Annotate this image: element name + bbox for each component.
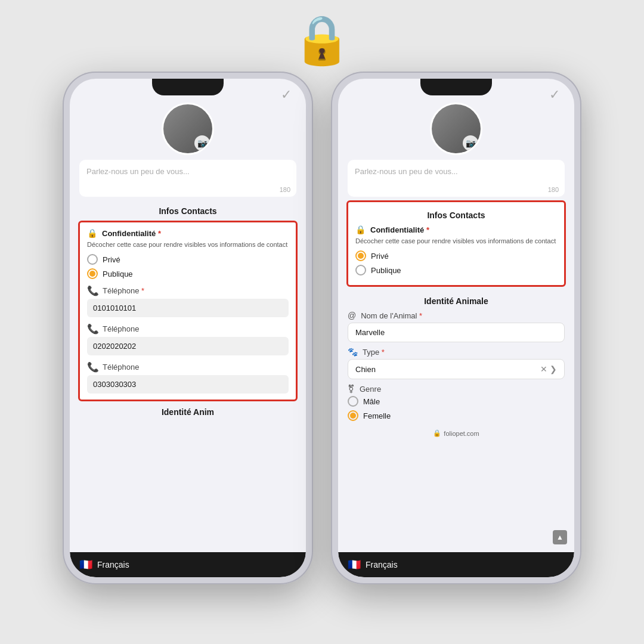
left-phone-label-3: Téléphone (103, 363, 139, 371)
right-camera-icon: 📷 (466, 138, 476, 148)
right-notch (420, 79, 492, 95)
left-radio-inner-publique (89, 271, 95, 277)
right-phone-screen: ✓ 📷 Parlez-nous un peu de vous... 180 In… (338, 79, 574, 577)
right-lang-label: Français (366, 560, 398, 569)
left-lock-icon: 🔒 (87, 228, 97, 238)
left-camera-overlay[interactable]: 📷 (194, 135, 210, 151)
left-avatar[interactable]: 📷 (162, 103, 214, 155)
right-genre-row: ⚧ Genre (348, 384, 565, 394)
left-phone-field-row-3: 📞 Téléphone (87, 361, 289, 373)
right-type-value: Chien (355, 365, 376, 374)
right-scroll-btn[interactable]: ▲ (553, 530, 567, 544)
right-radio-prive[interactable]: Privé (355, 250, 557, 261)
right-type-select[interactable]: Chien ✕ ❯ (348, 359, 565, 379)
right-avatar[interactable]: 📷 (430, 103, 482, 155)
left-radio-circle-publique (87, 268, 98, 279)
right-radio-label-publique: Publique (371, 266, 401, 275)
right-animal-name-input[interactable]: Marvelle (348, 323, 565, 342)
right-bio-area[interactable]: Parlez-nous un peu de vous... 180 (348, 160, 565, 197)
right-type-row: 🐾 Type * (348, 347, 565, 357)
right-radio-label-femelle: Femelle (363, 411, 391, 420)
left-phone-label-2: Téléphone (103, 324, 139, 333)
right-radio-label-male: Mâle (363, 397, 380, 406)
right-section-header: Infos Contacts (355, 208, 557, 225)
left-notch (152, 79, 224, 95)
left-phone-input-2[interactable]: 0202020202 (87, 337, 289, 355)
left-avatar-area: 📷 (70, 95, 306, 160)
right-conf-row: 🔒 Confidentialité * (355, 225, 557, 234)
left-phone-icon-3: 📞 (87, 361, 99, 373)
left-conf-row: 🔒 Confidentialité * (87, 228, 289, 238)
left-bio-area[interactable]: Parlez-nous un peu de vous... 180 (79, 160, 296, 197)
right-select-controls: ✕ ❯ (540, 364, 557, 374)
right-radio-femelle[interactable]: Femelle (348, 410, 565, 421)
left-phone-icon-2: 📞 (87, 323, 99, 335)
right-type-label: Type * (363, 348, 385, 357)
right-clear-icon[interactable]: ✕ (540, 364, 547, 374)
right-at-icon: @ (348, 311, 356, 320)
right-footer-url: 🔒 foliopet.com (338, 425, 574, 442)
right-conf-desc: Décocher cette case pour rendre visibles… (355, 237, 557, 246)
right-radio-circle-male (348, 396, 358, 407)
right-chevron-icon[interactable]: ❯ (550, 364, 557, 374)
left-radio-circle-prive (87, 254, 98, 265)
left-red-box: 🔒 Confidentialité * Décocher cette case … (78, 221, 298, 401)
right-radio-inner-femelle (350, 413, 356, 419)
phones-container: ✓ 📷 Parlez-nous un peu de vous... 180 In… (63, 72, 581, 584)
right-footer-url-text: foliopet.com (444, 430, 479, 437)
right-char-count: 180 (548, 186, 559, 193)
left-phone-label-1: Téléphone * (103, 286, 144, 295)
right-avatar-area: 📷 (338, 95, 574, 160)
right-radio-circle-prive (355, 250, 366, 261)
right-bio-placeholder: Parlez-nous un peu de vous... (355, 167, 458, 176)
left-req-star: * (158, 229, 161, 238)
right-radio-circle-femelle (348, 410, 358, 421)
right-phone-frame: ✓ 📷 Parlez-nous un peu de vous... 180 In… (331, 72, 581, 584)
right-req-star: * (426, 225, 429, 234)
left-radio-label-prive: Privé (103, 255, 120, 264)
left-phone-field-row-1: 📞 Téléphone * (87, 285, 289, 296)
left-phone-field-row-2: 📞 Téléphone (87, 323, 289, 335)
left-phone-input-3[interactable]: 0303030303 (87, 375, 289, 394)
right-gender-icon: ⚧ (348, 384, 355, 394)
left-flag: 🇫🇷 (79, 558, 92, 571)
left-bottom-section: Identité Anim (70, 401, 306, 422)
left-phone-req-1: * (141, 286, 144, 295)
left-camera-icon: 📷 (197, 138, 208, 148)
left-conf-label: Confidentialité * (102, 229, 161, 238)
left-phone-icon-1: 📞 (87, 285, 99, 296)
lock-icon: 🔒 (292, 12, 352, 68)
left-radio-label-publique: Publique (103, 270, 133, 278)
left-lang-label: Français (97, 560, 129, 569)
right-radio-male[interactable]: Mâle (348, 396, 565, 407)
right-radio-label-prive: Privé (371, 252, 389, 261)
right-paw-icon: 🐾 (348, 347, 358, 357)
right-radio-circle-publique (355, 265, 366, 275)
right-radio-inner-prive (358, 253, 364, 259)
right-animal-name-label: Nom de l'Animal * (361, 311, 422, 320)
right-animal-section-header: Identité Animale (338, 292, 574, 311)
right-camera-overlay[interactable]: 📷 (463, 135, 478, 151)
left-section-header: Infos Contacts (70, 200, 306, 221)
left-phone-screen: ✓ 📷 Parlez-nous un peu de vous... 180 In… (70, 79, 306, 577)
left-char-count: 180 (280, 186, 290, 193)
right-flag: 🇫🇷 (348, 558, 361, 571)
right-bottom-bar: 🇫🇷 Français (338, 552, 574, 577)
left-radio-publique[interactable]: Publique (87, 268, 289, 279)
right-red-box: Infos Contacts 🔒 Confidentialité * Décoc… (346, 200, 566, 287)
right-animal-section: @ Nom de l'Animal * Marvelle 🐾 Type * (338, 311, 574, 421)
right-radio-publique[interactable]: Publique (355, 265, 557, 275)
right-gender-section: Mâle Femelle (348, 396, 565, 421)
left-radio-prive[interactable]: Privé (87, 254, 289, 265)
left-bottom-bar: 🇫🇷 Français (70, 552, 306, 577)
right-genre-label: Genre (360, 385, 381, 394)
right-animal-name-row: @ Nom de l'Animal * (348, 311, 565, 320)
right-conf-label: Confidentialité * (370, 225, 429, 234)
right-lock-icon: 🔒 (355, 225, 366, 234)
right-footer-lock: 🔒 (433, 429, 441, 437)
left-phone-input-1[interactable]: 0101010101 (87, 299, 289, 317)
left-bio-placeholder: Parlez-nous un peu de vous... (86, 167, 190, 176)
left-phone-frame: ✓ 📷 Parlez-nous un peu de vous... 180 In… (63, 72, 313, 584)
left-conf-desc: Décocher cette case pour rendre visibles… (87, 240, 289, 249)
